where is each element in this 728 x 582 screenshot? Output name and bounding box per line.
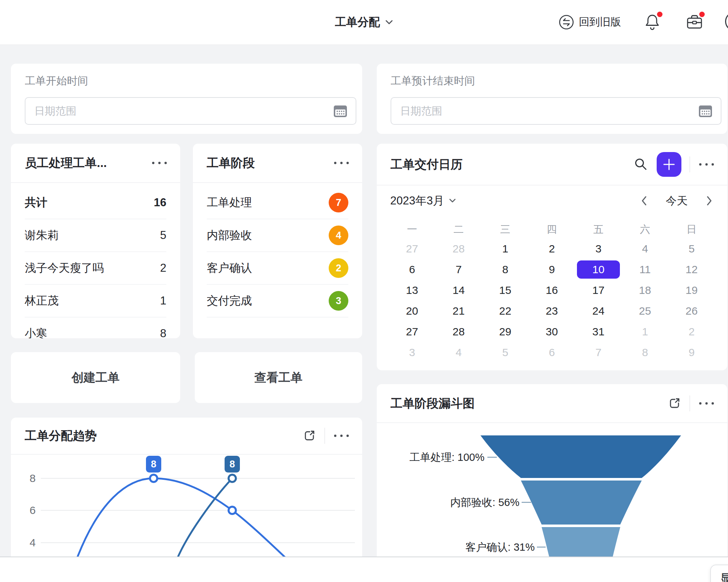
calendar-day[interactable]: 5 (482, 342, 529, 363)
chevron-left-icon[interactable] (641, 196, 647, 206)
calendar-icon[interactable] (697, 103, 713, 119)
calendar-day[interactable]: 7 (575, 342, 622, 363)
workbench-dot (699, 12, 705, 17)
date-range-input-end[interactable] (391, 97, 721, 125)
add-event-button[interactable] (657, 152, 681, 177)
calendar-day[interactable]: 1 (482, 238, 529, 259)
employee-row: 林正茂1 (25, 285, 166, 318)
y-axis-label: 4 (20, 536, 36, 549)
workorder-stage-card: 工单阶段 工单处理7内部验收4客户确认2交付完成3 (193, 144, 362, 338)
calendar-day[interactable]: 7 (435, 259, 482, 280)
calendar-day[interactable]: 28 (435, 238, 482, 259)
calendar-day[interactable]: 5 (668, 238, 715, 259)
export-icon[interactable] (302, 429, 316, 443)
show-panel-label: 显 (720, 571, 728, 582)
more-icon[interactable] (698, 402, 715, 405)
weekday-label: 六 (622, 222, 668, 238)
calendar-day[interactable]: 16 (529, 280, 575, 300)
calendar-day[interactable]: 14 (435, 280, 482, 300)
page-title-dropdown[interactable]: 工单分配 (335, 0, 393, 44)
calendar-day[interactable]: 2 (668, 321, 715, 342)
export-icon[interactable] (668, 396, 681, 410)
calendar-day[interactable]: 20 (389, 300, 435, 321)
stage-funnel-card: 工单阶段漏斗图 工单处理: 100%内部验收: 56%客户确认: 31% (377, 384, 727, 557)
back-to-old-version-button[interactable]: 回到旧版 (558, 14, 621, 30)
calendar-day[interactable]: 30 (529, 321, 575, 342)
stage-row: 内部验收4 (207, 219, 348, 252)
employee-count: 16 (154, 196, 166, 209)
chevron-right-icon[interactable] (707, 196, 712, 206)
delivery-calendar-card: 工单交付日历 2023年3月 今天 (377, 144, 727, 370)
card-title: 工单分配趋势 (25, 428, 97, 444)
button-label: 查看工单 (254, 370, 302, 386)
calendar-day[interactable]: 31 (575, 321, 622, 342)
calendar-day[interactable]: 28 (435, 321, 482, 342)
calendar-day[interactable]: 18 (622, 280, 668, 300)
show-panel-button[interactable]: 显 (710, 565, 728, 582)
card-title: 工单阶段漏斗图 (391, 395, 475, 411)
date-range-input-start[interactable] (25, 97, 356, 125)
calendar-day[interactable]: 11 (622, 259, 668, 280)
calendar-day[interactable]: 1 (622, 321, 668, 342)
month-selector[interactable]: 2023年3月 (390, 193, 456, 208)
date-range-field[interactable] (391, 105, 697, 117)
employee-count: 8 (160, 327, 166, 338)
calendar-day[interactable]: 3 (389, 342, 435, 363)
calendar-day[interactable]: 17 (575, 280, 622, 300)
y-axis-label: 8 (20, 472, 36, 485)
more-icon[interactable] (333, 434, 350, 438)
calendar-day[interactable]: 3 (575, 238, 622, 259)
stage-list: 工单处理7内部验收4客户确认2交付完成3 (193, 183, 362, 318)
assignment-trend-card: 工单分配趋势 864 88 (11, 418, 362, 557)
stage-name: 内部验收 (207, 228, 252, 243)
weekday-label: 四 (529, 222, 575, 238)
calendar-day[interactable]: 29 (482, 321, 529, 342)
calendar-day[interactable]: 15 (482, 280, 529, 300)
stage-name: 工单处理 (207, 195, 252, 210)
more-icon[interactable] (698, 163, 715, 166)
calendar-day[interactable]: 6 (529, 342, 575, 363)
create-workorder-button[interactable]: 创建工单 (11, 352, 180, 403)
calendar-day[interactable]: 13 (389, 280, 435, 300)
calendar-day[interactable]: 19 (668, 280, 715, 300)
calendar-day[interactable]: 22 (482, 300, 529, 321)
calendar-icon[interactable] (332, 103, 348, 119)
calendar-day[interactable]: 27 (389, 321, 435, 342)
search-icon[interactable] (633, 157, 649, 172)
more-icon[interactable] (151, 161, 168, 165)
calendar-day[interactable]: 10 (575, 259, 622, 280)
chevron-down-icon (449, 199, 456, 203)
employee-name: 小寒 (25, 326, 47, 338)
weekday-label: 二 (435, 222, 482, 238)
more-icon[interactable] (333, 161, 350, 165)
calendar-day[interactable]: 24 (575, 300, 622, 321)
workbench-button[interactable] (686, 12, 703, 32)
notification-dot (657, 12, 662, 17)
calendar-day[interactable]: 23 (529, 300, 575, 321)
employee-workorder-card: 员工处理工单... 共计16谢朱莉5浅子今天瘦了吗2林正茂1小寒8 (11, 144, 180, 338)
card-title: 工单阶段 (207, 155, 255, 171)
bottom-bar (0, 557, 728, 582)
calendar-day[interactable]: 6 (389, 259, 435, 280)
funnel-stage-label: 工单处理: 100% (377, 451, 484, 464)
selected-day-pill: 10 (577, 260, 620, 279)
calendar-day[interactable]: 9 (529, 259, 575, 280)
calendar-day[interactable]: 8 (622, 342, 668, 363)
calendar-day[interactable]: 9 (668, 342, 715, 363)
divider (689, 156, 690, 172)
calendar-day[interactable]: 8 (482, 259, 529, 280)
funnel-chart: 工单处理: 100%内部验收: 56%客户确认: 31% (377, 422, 727, 557)
calendar-day[interactable]: 27 (389, 238, 435, 259)
view-workorder-button[interactable]: 查看工单 (195, 352, 362, 403)
calendar-day[interactable]: 4 (622, 238, 668, 259)
today-button[interactable]: 今天 (666, 194, 688, 208)
stage-count-badge: 7 (329, 193, 348, 212)
calendar-day[interactable]: 21 (435, 300, 482, 321)
notifications-button[interactable] (644, 12, 661, 32)
calendar-day[interactable]: 12 (668, 259, 715, 280)
date-range-field[interactable] (25, 105, 332, 117)
calendar-day[interactable]: 4 (435, 342, 482, 363)
calendar-day[interactable]: 2 (529, 238, 575, 259)
calendar-day[interactable]: 25 (622, 300, 668, 321)
calendar-day[interactable]: 26 (668, 300, 715, 321)
